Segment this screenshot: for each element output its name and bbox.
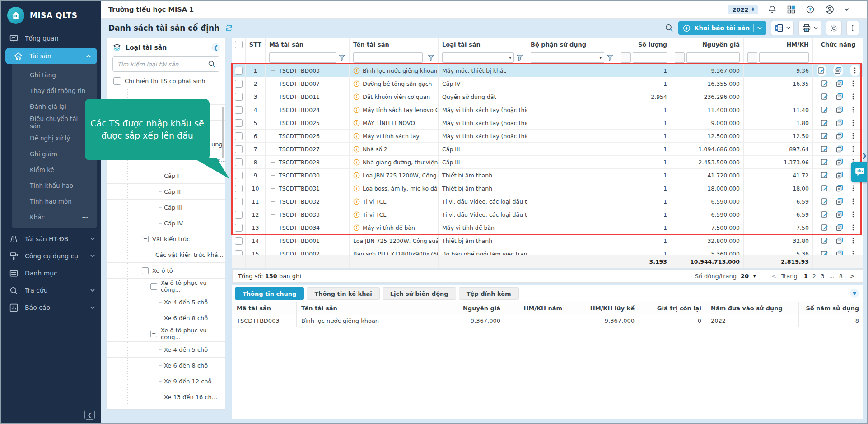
filter-hmkh-input[interactable] (759, 52, 809, 63)
column-header-dept[interactable]: Bộ phận sử dụng (527, 38, 617, 51)
copy-icon[interactable] (835, 250, 844, 255)
year-spinner-icon[interactable]: ▲▼ (752, 7, 754, 12)
page-number[interactable]: 1 (803, 273, 808, 280)
sidebar-item[interactable]: Báo cáo (1, 299, 101, 316)
edit-icon[interactable] (821, 237, 829, 245)
table-row[interactable]: 14 TSCDTTBD001 Loa JBN 725 1200W, Công s… (232, 234, 863, 247)
info-icon[interactable] (353, 133, 360, 140)
expand-panel-arrow-icon[interactable]: ❯ (862, 152, 867, 159)
row-checkbox[interactable] (235, 67, 243, 75)
select-all-checkbox[interactable] (232, 38, 246, 51)
rows-per-page-value[interactable]: 20 (741, 273, 749, 280)
tree-node[interactable]: ┄Cấp III (107, 199, 225, 215)
row-checkbox[interactable] (235, 185, 243, 192)
tree-node[interactable]: −Vật kiến trúc (107, 231, 225, 247)
sidebar-subitem[interactable]: Khác⋯ (5, 209, 97, 225)
edit-icon[interactable] (821, 106, 829, 114)
funnel-icon[interactable] (428, 54, 434, 61)
tree-collapse-icon[interactable]: − (142, 267, 149, 274)
table-row[interactable]: 10 TSCDTTBD031 Loa boss, âm ly, mic ko d… (232, 182, 863, 195)
edit-icon[interactable] (821, 132, 829, 140)
filter-type-select[interactable] (442, 52, 514, 63)
funnel-icon[interactable] (516, 54, 523, 61)
edit-icon[interactable] (821, 93, 829, 101)
filter-code-input[interactable] (269, 52, 336, 63)
row-checkbox[interactable] (235, 145, 243, 153)
tree-node[interactable]: ┄Xe 4 đến 5 chỗ (107, 341, 225, 357)
funnel-icon[interactable] (607, 54, 613, 61)
page-number[interactable]: 3 (820, 273, 825, 280)
tree-node[interactable]: −Xe ô tô phục vụ công... (107, 326, 225, 341)
edit-icon[interactable] (821, 158, 829, 166)
table-row[interactable]: 4 TSCDTTBD024 Máy tính sách tay lenovo G… (232, 103, 863, 116)
detail-tab[interactable]: Lịch sử biến động (383, 287, 456, 300)
sidebar-subitem[interactable]: Đánh giá lại (5, 98, 97, 114)
filter-dept-select[interactable] (531, 52, 604, 63)
page-number[interactable]: 8 (839, 273, 843, 280)
column-header-type[interactable]: Loại tài sản (439, 38, 527, 51)
tree-collapse-icon[interactable]: − (150, 283, 157, 290)
info-icon[interactable] (353, 80, 360, 87)
search-icon[interactable] (208, 60, 216, 68)
print-dropdown-chevron-icon[interactable] (814, 27, 818, 29)
table-row[interactable]: 12 TSCDTTBD033 Ti vi TCL Ti vi, đầu Vide… (232, 208, 863, 221)
info-icon[interactable] (353, 224, 360, 231)
info-icon[interactable] (353, 93, 360, 100)
print-button[interactable] (798, 21, 821, 35)
kebab-menu-icon[interactable] (850, 132, 856, 140)
funnel-icon[interactable] (339, 54, 345, 61)
row-checkbox[interactable] (235, 211, 243, 219)
sidebar-subitem[interactable]: Tính hao mòn (5, 193, 97, 209)
column-header-hmkh[interactable]: HM/KH (744, 38, 813, 51)
sidebar-subitem[interactable]: Tính khấu hao (5, 177, 97, 193)
row-checkbox[interactable] (235, 250, 243, 255)
info-icon[interactable] (353, 211, 360, 218)
sidebar-item-overview[interactable]: Tổng quan (1, 30, 101, 47)
edit-icon[interactable] (817, 65, 826, 76)
tree-node[interactable]: −Xe ô tô phục vụ công... (107, 278, 225, 294)
declare-asset-button[interactable]: Khai báo tài sản (678, 21, 766, 35)
search-icon[interactable] (665, 23, 674, 33)
column-header-stt[interactable]: STT (246, 38, 266, 51)
info-icon[interactable] (353, 120, 360, 126)
info-icon[interactable] (353, 185, 360, 192)
row-checkbox[interactable] (235, 237, 243, 245)
column-header-cost[interactable]: Nguyên giá (671, 38, 744, 51)
copy-icon[interactable] (835, 184, 844, 192)
detail-tab[interactable]: Thông tin kê khai (307, 287, 379, 300)
column-header-code[interactable]: Mã tài sản (266, 38, 350, 51)
copy-icon[interactable] (835, 93, 844, 101)
row-checkbox[interactable] (235, 119, 243, 127)
row-checkbox[interactable] (235, 93, 243, 101)
sidebar-item[interactable]: Tài sản HT-ĐB (1, 230, 101, 247)
show-active-checkbox[interactable] (113, 77, 121, 85)
row-checkbox[interactable] (235, 106, 243, 114)
notification-bell-icon[interactable] (768, 5, 777, 14)
row-checkbox[interactable] (235, 80, 243, 88)
refresh-icon[interactable] (225, 24, 233, 32)
tree-scrollbar[interactable] (222, 107, 224, 158)
info-icon[interactable] (353, 172, 360, 179)
sidebar-subitem[interactable]: Ghi tăng (5, 67, 97, 83)
tree-node[interactable]: ┄Xe 4 đến 5 chỗ (107, 294, 225, 310)
row-checkbox[interactable] (235, 198, 243, 205)
table-row[interactable]: 3 TSCDTTBD011 Đất khuôn viên cơ quan Quy… (232, 90, 863, 103)
filter-name-input[interactable] (353, 52, 423, 63)
kebab-menu-icon[interactable] (850, 65, 860, 76)
sidebar-subitem[interactable]: Thay đổi thông tin (5, 83, 97, 98)
copy-icon[interactable] (835, 224, 844, 232)
edit-icon[interactable] (821, 224, 829, 232)
sidebar-subitem[interactable]: Ghi giảm (5, 146, 97, 162)
apps-grid-icon[interactable] (787, 5, 796, 14)
copy-icon[interactable] (835, 145, 844, 153)
kebab-menu-icon[interactable] (850, 184, 856, 192)
edit-icon[interactable] (821, 145, 829, 153)
filter-qty-input[interactable] (633, 52, 667, 63)
kebab-menu-icon[interactable] (850, 197, 856, 205)
kebab-menu-icon[interactable] (850, 93, 856, 101)
column-header-name[interactable]: Tên tài sản (350, 38, 439, 51)
edit-icon[interactable] (821, 197, 829, 205)
edit-icon[interactable] (821, 184, 829, 192)
copy-icon[interactable] (835, 237, 844, 245)
tree-node[interactable]: ┄Xe 9 đến 12 chỗ (107, 373, 225, 389)
